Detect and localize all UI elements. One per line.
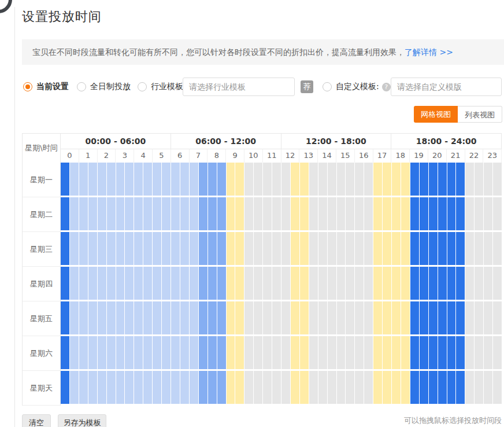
time-slot-cell[interactable] [208, 336, 217, 369]
grid-view-button[interactable]: 网格视图 [414, 106, 458, 123]
time-slot-cell[interactable] [116, 336, 125, 369]
time-slot-cell[interactable] [244, 267, 253, 300]
time-slot-cell[interactable] [254, 301, 262, 334]
time-slot-cell[interactable] [134, 301, 143, 334]
time-slot-cell[interactable] [61, 232, 69, 265]
time-slot-cell[interactable] [309, 232, 318, 265]
time-slot-cell[interactable] [337, 197, 346, 230]
time-slot-cell[interactable] [383, 301, 391, 334]
time-slot-cell[interactable] [162, 163, 171, 196]
time-slot-cell[interactable] [281, 371, 290, 404]
time-slot-cell[interactable] [309, 336, 318, 369]
time-slot-cell[interactable] [475, 301, 483, 334]
time-slot-cell[interactable] [254, 232, 262, 265]
time-slot-cell[interactable] [107, 232, 116, 265]
time-slot-cell[interactable] [116, 267, 125, 300]
time-slot-cell[interactable] [493, 197, 502, 230]
time-slot-cell[interactable] [364, 267, 373, 300]
time-slot-cell[interactable] [401, 197, 410, 230]
time-slot-cell[interactable] [438, 371, 447, 404]
time-slot-cell[interactable] [70, 336, 79, 369]
time-slot-cell[interactable] [465, 232, 474, 265]
time-slot-cell[interactable] [438, 163, 447, 196]
time-slot-cell[interactable] [484, 197, 492, 230]
time-slot-cell[interactable] [383, 232, 391, 265]
time-slot-cell[interactable] [300, 163, 309, 196]
time-slot-cell[interactable] [373, 371, 382, 404]
time-slot-cell[interactable] [98, 371, 106, 404]
time-slot-cell[interactable] [88, 267, 97, 300]
time-slot-cell[interactable] [346, 371, 354, 404]
time-slot-cell[interactable] [263, 163, 272, 196]
time-slot-cell[interactable] [263, 197, 272, 230]
time-slot-cell[interactable] [291, 371, 299, 404]
time-slot-cell[interactable] [318, 163, 327, 196]
time-slot-cell[interactable] [79, 197, 88, 230]
time-slot-cell[interactable] [364, 371, 373, 404]
time-slot-cell[interactable] [272, 336, 281, 369]
time-slot-cell[interactable] [263, 232, 272, 265]
time-slot-cell[interactable] [364, 197, 373, 230]
time-slot-cell[interactable] [208, 267, 217, 300]
time-slot-cell[interactable] [199, 163, 207, 196]
time-slot-cell[interactable] [70, 163, 79, 196]
time-slot-cell[interactable] [420, 197, 428, 230]
time-slot-cell[interactable] [70, 267, 79, 300]
custom-template-select[interactable]: 请选择自定义模版 [391, 78, 502, 96]
time-slot-cell[interactable] [180, 267, 189, 300]
time-slot-cell[interactable] [309, 371, 318, 404]
time-slot-cell[interactable] [429, 197, 438, 230]
time-slot-cell[interactable] [493, 163, 502, 196]
time-slot-cell[interactable] [171, 197, 180, 230]
time-slot-cell[interactable] [328, 232, 336, 265]
time-slot-cell[interactable] [383, 336, 391, 369]
time-slot-cell[interactable] [355, 267, 364, 300]
time-slot-cell[interactable] [217, 371, 226, 404]
time-slot-cell[interactable] [235, 232, 244, 265]
time-slot-cell[interactable] [447, 267, 456, 300]
time-slot-cell[interactable] [420, 336, 428, 369]
time-slot-cell[interactable] [383, 197, 391, 230]
time-slot-cell[interactable] [61, 301, 69, 334]
time-slot-cell[interactable] [263, 301, 272, 334]
time-slot-cell[interactable] [190, 267, 198, 300]
time-slot-cell[interactable] [465, 163, 474, 196]
time-slot-cell[interactable] [484, 371, 492, 404]
time-slot-cell[interactable] [208, 197, 217, 230]
time-slot-cell[interactable] [227, 163, 235, 196]
time-slot-cell[interactable] [116, 163, 125, 196]
time-slot-cell[interactable] [355, 371, 364, 404]
radio-icon[interactable] [323, 82, 332, 91]
time-slot-cell[interactable] [373, 336, 382, 369]
time-slot-cell[interactable] [125, 197, 134, 230]
time-slot-cell[interactable] [244, 371, 253, 404]
time-slot-cell[interactable] [465, 371, 474, 404]
time-slot-cell[interactable] [281, 163, 290, 196]
time-slot-cell[interactable] [392, 371, 401, 404]
time-slot-cell[interactable] [484, 301, 492, 334]
time-slot-cell[interactable] [355, 197, 364, 230]
time-slot-cell[interactable] [235, 267, 244, 300]
time-slot-cell[interactable] [456, 197, 465, 230]
time-slot-cell[interactable] [300, 336, 309, 369]
time-slot-cell[interactable] [162, 301, 171, 334]
time-slot-cell[interactable] [88, 336, 97, 369]
time-slot-cell[interactable] [162, 232, 171, 265]
time-slot-cell[interactable] [235, 371, 244, 404]
time-slot-cell[interactable] [401, 232, 410, 265]
time-slot-cell[interactable] [116, 197, 125, 230]
time-slot-cell[interactable] [98, 232, 106, 265]
time-slot-cell[interactable] [392, 197, 401, 230]
time-slot-cell[interactable] [383, 371, 391, 404]
time-slot-cell[interactable] [107, 197, 116, 230]
time-slot-cell[interactable] [281, 301, 290, 334]
time-slot-cell[interactable] [364, 301, 373, 334]
time-slot-cell[interactable] [438, 232, 447, 265]
time-slot-cell[interactable] [227, 336, 235, 369]
help-icon[interactable]: ? [382, 83, 391, 91]
time-slot-cell[interactable] [309, 267, 318, 300]
time-slot-cell[interactable] [227, 267, 235, 300]
radio-full-day-delivery[interactable]: 全日制投放 [77, 78, 131, 96]
time-slot-cell[interactable] [456, 301, 465, 334]
time-slot-cell[interactable] [143, 163, 152, 196]
